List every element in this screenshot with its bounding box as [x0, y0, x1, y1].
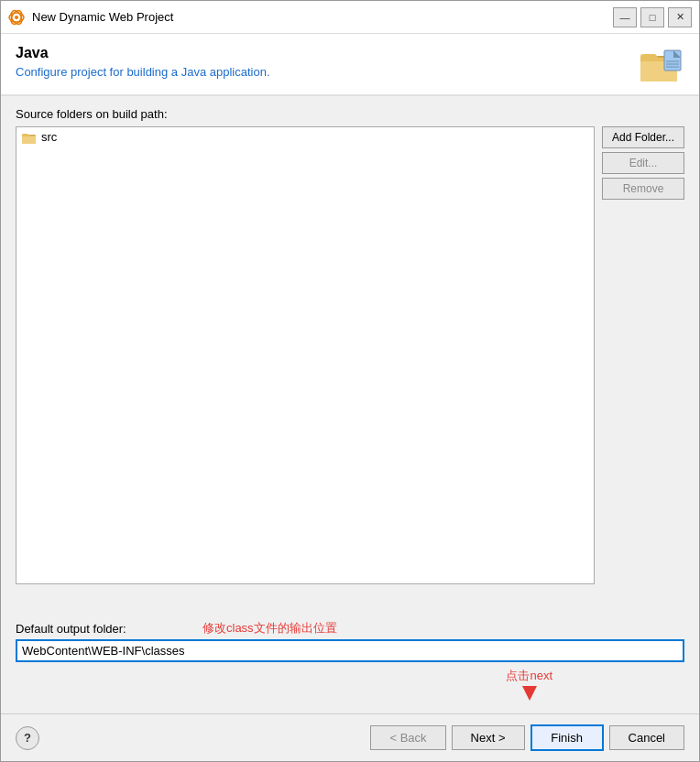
close-button[interactable]: ✕ [668, 7, 692, 27]
output-section: 修改class文件的输出位置 Default output folder: [1, 613, 699, 668]
minimize-button[interactable]: — [613, 7, 637, 27]
list-item[interactable]: src [16, 127, 594, 147]
header-title: Java [16, 45, 639, 61]
app-icon [8, 9, 25, 26]
header-section: Java Configure project for building a Ja… [1, 34, 699, 96]
next-button[interactable]: Next > [452, 725, 525, 750]
side-buttons: Add Folder... Edit... Remove [602, 126, 684, 602]
help-button[interactable]: ? [16, 726, 39, 750]
header-text: Java Configure project for building a Ja… [16, 45, 639, 79]
main-window: New Dynamic Web Project — □ ✕ Java Confi… [0, 0, 700, 762]
output-folder-input[interactable] [16, 639, 684, 662]
svg-point-3 [15, 16, 18, 19]
window-title: New Dynamic Web Project [32, 10, 613, 24]
source-folders-label: Source folders on build path: [16, 107, 684, 121]
title-bar: New Dynamic Web Project — □ ✕ [1, 1, 699, 34]
remove-button[interactable]: Remove [602, 178, 684, 200]
source-list: src [16, 126, 595, 584]
down-arrow-icon [522, 686, 537, 701]
window-controls: — □ ✕ [613, 7, 692, 27]
svg-rect-6 [664, 50, 681, 71]
cancel-button[interactable]: Cancel [609, 725, 684, 750]
bottom-left: ? [16, 726, 39, 750]
click-next-annotation: 点击next [506, 668, 552, 701]
back-button[interactable]: < Back [370, 725, 445, 750]
annotation-change-text: 修改class文件的输出位置 [202, 620, 337, 637]
output-folder-label: Default output folder: [16, 622, 684, 636]
add-folder-button[interactable]: Add Folder... [602, 126, 684, 148]
finish-button[interactable]: Finish [530, 724, 604, 751]
src-folder-label: src [41, 130, 57, 144]
edit-button[interactable]: Edit... [602, 152, 684, 174]
header-subtitle: Configure project for building a Java ap… [16, 65, 639, 79]
source-folders-container: src Add Folder... Edit... Remove [16, 126, 684, 602]
content-area: Source folders on build path: src Add Fo… [1, 96, 699, 613]
bottom-right: < Back Next > Finish Cancel [370, 724, 684, 751]
bottom-bar: ? < Back Next > Finish Cancel [1, 713, 699, 761]
header-logo [639, 45, 684, 83]
svg-rect-12 [22, 136, 36, 144]
annotation-area: 点击next [1, 668, 699, 713]
maximize-button[interactable]: □ [640, 7, 664, 27]
